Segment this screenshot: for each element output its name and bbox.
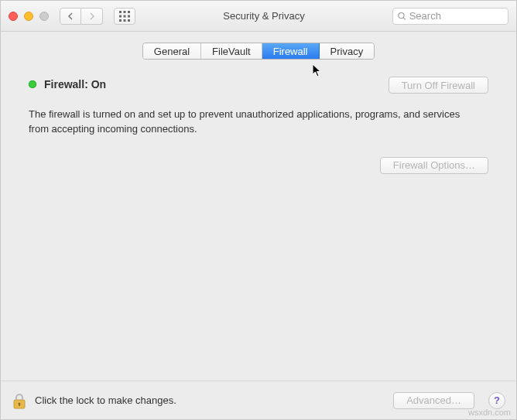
- firewall-status-label: Firewall: On: [44, 78, 106, 90]
- advanced-button[interactable]: Advanced…: [393, 392, 474, 409]
- minimize-window-button[interactable]: [24, 12, 33, 21]
- watermark-text: wsxdn.com: [468, 408, 511, 417]
- search-input[interactable]: [409, 10, 503, 22]
- chevron-left-icon: [67, 12, 74, 20]
- svg-rect-3: [119, 15, 122, 17]
- tab-firewall[interactable]: Firewall: [262, 43, 320, 59]
- window-title: Security & Privacy: [142, 10, 386, 22]
- lock-icon: [12, 391, 27, 410]
- svg-line-10: [403, 17, 406, 19]
- tabs-row: General FileVault Firewall Privacy: [1, 32, 516, 69]
- preferences-window: Security & Privacy General FileVault Fir…: [0, 0, 517, 420]
- search-field[interactable]: [392, 8, 508, 25]
- status-row: Firewall: On Turn Off Firewall: [29, 77, 488, 94]
- firewall-description: The firewall is turned on and set up to …: [29, 108, 470, 137]
- help-button[interactable]: ?: [488, 392, 505, 409]
- back-button[interactable]: [60, 8, 81, 25]
- content-area: Firewall: On Turn Off Firewall The firew…: [1, 69, 516, 381]
- nav-buttons: [60, 8, 103, 25]
- titlebar: Security & Privacy: [1, 1, 516, 32]
- footer: Click the lock to make changes. Advanced…: [1, 381, 516, 419]
- chevron-right-icon: [89, 12, 95, 20]
- tab-general[interactable]: General: [143, 43, 201, 59]
- svg-point-9: [399, 12, 404, 18]
- svg-rect-1: [124, 11, 126, 13]
- svg-rect-2: [128, 11, 130, 13]
- svg-rect-5: [128, 15, 130, 17]
- lock-hint-text: Click the lock to make changes.: [35, 394, 385, 406]
- status-dot-icon: [29, 80, 36, 88]
- options-row: Firewall Options…: [29, 157, 488, 174]
- svg-rect-4: [124, 15, 126, 17]
- zoom-window-button[interactable]: [39, 12, 49, 21]
- svg-rect-8: [128, 19, 130, 22]
- firewall-status: Firewall: On: [29, 77, 106, 90]
- lock-button[interactable]: [12, 391, 27, 410]
- tab-privacy[interactable]: Privacy: [320, 43, 375, 59]
- svg-rect-0: [119, 11, 122, 13]
- turn-off-firewall-button[interactable]: Turn Off Firewall: [389, 77, 488, 94]
- svg-rect-6: [119, 19, 122, 22]
- window-controls: [9, 12, 49, 21]
- forward-button[interactable]: [81, 8, 103, 25]
- svg-rect-13: [19, 404, 20, 406]
- firewall-options-button[interactable]: Firewall Options…: [380, 157, 488, 174]
- tab-filevault[interactable]: FileVault: [201, 43, 262, 59]
- tab-segmented-control: General FileVault Firewall Privacy: [142, 43, 375, 60]
- svg-rect-7: [124, 19, 126, 22]
- grid-icon: [119, 11, 130, 22]
- show-all-button[interactable]: [114, 8, 135, 25]
- search-icon: [398, 12, 406, 21]
- close-window-button[interactable]: [9, 12, 18, 21]
